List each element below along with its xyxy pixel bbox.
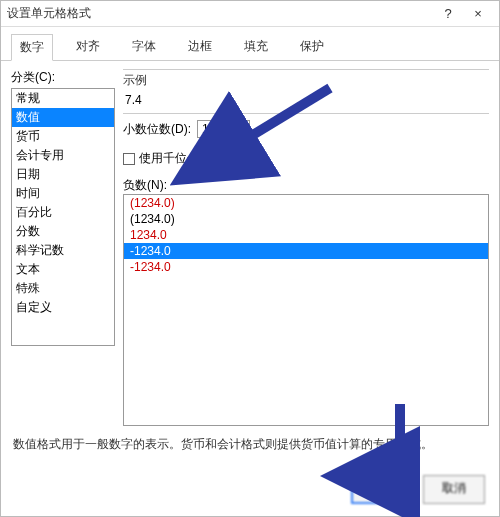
negative-option[interactable]: -1234.0 xyxy=(124,243,488,259)
format-cells-dialog: 设置单元格格式 ? × 数字 对齐 字体 边框 填充 保护 分类(C): 常规 … xyxy=(0,0,500,517)
category-label: 分类(C): xyxy=(11,69,115,86)
category-item-fraction[interactable]: 分数 xyxy=(12,222,114,241)
category-item-percentage[interactable]: 百分比 xyxy=(12,203,114,222)
category-item-time[interactable]: 时间 xyxy=(12,184,114,203)
example-value: 7.4 xyxy=(123,89,489,109)
tab-number[interactable]: 数字 xyxy=(11,34,53,61)
example-group: 示例 7.4 xyxy=(123,69,489,114)
category-item-custom[interactable]: 自定义 xyxy=(12,298,114,317)
titlebar: 设置单元格格式 ? × xyxy=(1,1,499,27)
decimals-spin-buttons[interactable]: ▲ ▼ xyxy=(237,120,250,138)
category-panel: 分类(C): 常规 数值 货币 会计专用 日期 时间 百分比 分数 科学记数 文… xyxy=(11,69,115,426)
decimals-spinner[interactable]: ▲ ▼ xyxy=(197,120,250,138)
tab-alignment[interactable]: 对齐 xyxy=(67,33,109,60)
tab-border[interactable]: 边框 xyxy=(179,33,221,60)
category-item-text[interactable]: 文本 xyxy=(12,260,114,279)
settings-panel: 示例 7.4 小数位数(D): ▲ ▼ 使用千位分隔符(,)(U) 负数(N): xyxy=(123,69,489,426)
ok-button[interactable]: 确定 xyxy=(351,475,415,504)
negative-option[interactable]: 1234.0 xyxy=(124,227,488,243)
category-item-accounting[interactable]: 会计专用 xyxy=(12,146,114,165)
tab-font[interactable]: 字体 xyxy=(123,33,165,60)
cancel-button[interactable]: 取消 xyxy=(423,475,485,504)
category-item-currency[interactable]: 货币 xyxy=(12,127,114,146)
example-label: 示例 xyxy=(123,72,489,89)
thousands-row[interactable]: 使用千位分隔符(,)(U) xyxy=(123,150,489,167)
tab-fill[interactable]: 填充 xyxy=(235,33,277,60)
decimals-input[interactable] xyxy=(197,120,237,138)
tab-bar: 数字 对齐 字体 边框 填充 保护 xyxy=(1,27,499,61)
negative-listbox[interactable]: (1234.0) (1234.0) 1234.0 -1234.0 -1234.0 xyxy=(123,194,489,426)
dialog-footer: 确定 取消 xyxy=(1,459,499,516)
negative-option[interactable]: (1234.0) xyxy=(124,195,488,211)
category-item-scientific[interactable]: 科学记数 xyxy=(12,241,114,260)
negative-option[interactable]: (1234.0) xyxy=(124,211,488,227)
window-title: 设置单元格格式 xyxy=(7,5,433,22)
category-item-general[interactable]: 常规 xyxy=(12,89,114,108)
decimals-row: 小数位数(D): ▲ ▼ xyxy=(123,120,489,138)
thousands-checkbox[interactable] xyxy=(123,153,135,165)
thousands-label: 使用千位分隔符(,)(U) xyxy=(139,150,251,167)
negative-option[interactable]: -1234.0 xyxy=(124,259,488,275)
category-item-number[interactable]: 数值 xyxy=(12,108,114,127)
category-item-special[interactable]: 特殊 xyxy=(12,279,114,298)
negative-label: 负数(N): xyxy=(123,177,489,194)
decimals-label: 小数位数(D): xyxy=(123,121,191,138)
spinner-down-icon[interactable]: ▼ xyxy=(237,128,249,135)
dialog-body: 分类(C): 常规 数值 货币 会计专用 日期 时间 百分比 分数 科学记数 文… xyxy=(1,61,499,430)
help-icon[interactable]: ? xyxy=(433,6,463,21)
category-item-date[interactable]: 日期 xyxy=(12,165,114,184)
close-icon[interactable]: × xyxy=(463,6,493,21)
format-hint: 数值格式用于一般数字的表示。货币和会计格式则提供货币值计算的专用格式。 xyxy=(1,430,499,459)
category-listbox[interactable]: 常规 数值 货币 会计专用 日期 时间 百分比 分数 科学记数 文本 特殊 自定… xyxy=(11,88,115,346)
tab-protection[interactable]: 保护 xyxy=(291,33,333,60)
